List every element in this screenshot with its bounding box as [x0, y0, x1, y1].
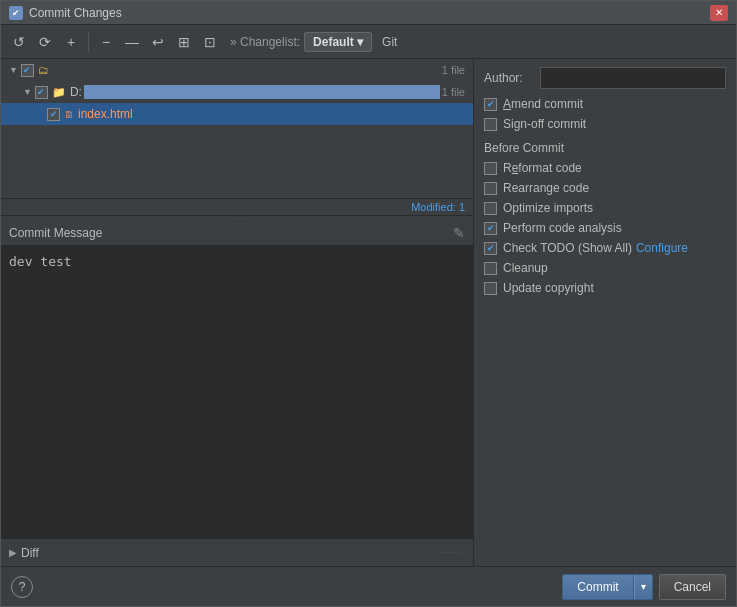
perform-code-analysis-row: ✔ Perform code analysis: [484, 221, 726, 235]
edit-template-button[interactable]: ✎: [453, 225, 465, 241]
update-copyright-label: Update copyright: [503, 281, 594, 295]
sign-off-checkbox[interactable]: [484, 118, 497, 131]
sign-off-row: Sign-off commit: [484, 117, 726, 131]
folder-icon: 📁: [52, 86, 66, 99]
configure-link[interactable]: Configure: [636, 241, 688, 255]
check-todo-checkbox[interactable]: ✔: [484, 242, 497, 255]
cleanup-label: Cleanup: [503, 261, 548, 275]
cleanup-row: Cleanup: [484, 261, 726, 275]
amend-commit-label: Amend commit: [503, 97, 583, 111]
diff-button[interactable]: ⊞: [172, 30, 196, 54]
check-todo-label: Check TODO (Show All): [503, 241, 632, 255]
check-todo-row: ✔ Check TODO (Show All) Configure: [484, 241, 726, 255]
commit-message-section: Commit Message ✎ dev test: [1, 221, 473, 538]
rearrange-code-row: Rearrange code: [484, 181, 726, 195]
view-button[interactable]: ⊡: [198, 30, 222, 54]
refresh-button[interactable]: ↺: [7, 30, 31, 54]
file-label: index.html: [78, 107, 133, 121]
before-commit-label: Before Commit: [484, 141, 726, 155]
commit-dropdown-button[interactable]: ▾: [634, 574, 653, 600]
reformat-code-checkbox[interactable]: [484, 162, 497, 175]
author-label: Author:: [484, 71, 534, 85]
changelist-prefix: » Changelist:: [230, 35, 300, 49]
cleanup-checkbox[interactable]: [484, 262, 497, 275]
remove-button[interactable]: −: [94, 30, 118, 54]
root-file-count: 1 file: [442, 64, 465, 76]
tree-file-item[interactable]: ▶ ✔ 🗎 index.html: [1, 103, 473, 125]
file-checkbox[interactable]: ✔: [47, 108, 60, 121]
update-copyright-row: Update copyright: [484, 281, 726, 295]
update-copyright-checkbox[interactable]: [484, 282, 497, 295]
git-label: Git: [382, 35, 397, 49]
titlebar-icon: ✔: [9, 6, 23, 20]
reformat-code-row: Reformat code: [484, 161, 726, 175]
diff-label: Diff: [21, 546, 39, 560]
separator-1: [88, 32, 89, 52]
cancel-button[interactable]: Cancel: [659, 574, 726, 600]
bottom-bar: ? Commit ▾ Cancel: [1, 566, 736, 606]
root-label: [53, 63, 56, 77]
folder-checkbox[interactable]: ✔: [35, 86, 48, 99]
amend-commit-checkbox[interactable]: ✔: [484, 98, 497, 111]
left-panel: ▼ ✔ 🗂 1 file ▼ ✔ 📁 D: 1 file: [1, 59, 474, 566]
close-button[interactable]: ✕: [710, 5, 728, 21]
perform-code-analysis-label: Perform code analysis: [503, 221, 622, 235]
folder-file-count: 1 file: [442, 86, 465, 98]
sign-off-label: Sign-off commit: [503, 117, 586, 131]
file-type-icon: 🗎: [64, 109, 74, 120]
diff-arrow: ▶: [9, 547, 17, 558]
right-panel: Author: ✔ Amend commit Sign-off commit B…: [474, 59, 736, 566]
file-tree: ▼ ✔ 🗂 1 file ▼ ✔ 📁 D: 1 file: [1, 59, 473, 199]
add-button[interactable]: +: [59, 30, 83, 54]
commit-message-header: Commit Message ✎: [1, 221, 473, 246]
content-area: ▼ ✔ 🗂 1 file ▼ ✔ 📁 D: 1 file: [1, 59, 736, 566]
root-arrow: ▼: [9, 65, 18, 75]
diff-resize-handle: · · · · · ·: [441, 548, 465, 557]
toolbar: ↺ ⟳ + − — ↩ ⊞ ⊡ » Changelist: Default ▾ …: [1, 25, 736, 59]
author-row: Author:: [484, 67, 726, 89]
optimize-imports-row: Optimize imports: [484, 201, 726, 215]
commit-message-label: Commit Message: [9, 226, 102, 240]
tree-root-item[interactable]: ▼ ✔ 🗂 1 file: [1, 59, 473, 81]
tree-folder-item[interactable]: ▼ ✔ 📁 D: 1 file: [1, 81, 473, 103]
folder-label: D:: [70, 85, 82, 99]
rearrange-code-checkbox[interactable]: [484, 182, 497, 195]
author-input[interactable]: [540, 67, 726, 89]
perform-code-analysis-checkbox[interactable]: ✔: [484, 222, 497, 235]
commit-message-input[interactable]: dev test: [1, 246, 473, 538]
optimize-imports-checkbox[interactable]: [484, 202, 497, 215]
commit-button[interactable]: Commit: [562, 574, 633, 600]
minus2-button[interactable]: —: [120, 30, 144, 54]
changelist-dropdown[interactable]: Default ▾: [304, 32, 372, 52]
titlebar-title: Commit Changes: [29, 6, 710, 20]
optimize-imports-label: Optimize imports: [503, 201, 593, 215]
revert-button[interactable]: ↩: [146, 30, 170, 54]
root-checkbox[interactable]: ✔: [21, 64, 34, 77]
commit-changes-window: ✔ Commit Changes ✕ ↺ ⟳ + − — ↩ ⊞ ⊡ » Cha…: [0, 0, 737, 607]
modified-label: Modified: 1: [411, 201, 465, 213]
folder-arrow: ▼: [23, 87, 32, 97]
amend-commit-row: ✔ Amend commit: [484, 97, 726, 111]
help-button[interactable]: ?: [11, 576, 33, 598]
reformat-code-label: Reformat code: [503, 161, 582, 175]
update-button[interactable]: ⟳: [33, 30, 57, 54]
titlebar: ✔ Commit Changes ✕: [1, 1, 736, 25]
rearrange-code-label: Rearrange code: [503, 181, 589, 195]
diff-section[interactable]: ▶ Diff · · · · · ·: [1, 538, 473, 566]
root-folder-icon: 🗂: [38, 64, 49, 76]
changelist-area: » Changelist: Default ▾ Git: [230, 32, 397, 52]
